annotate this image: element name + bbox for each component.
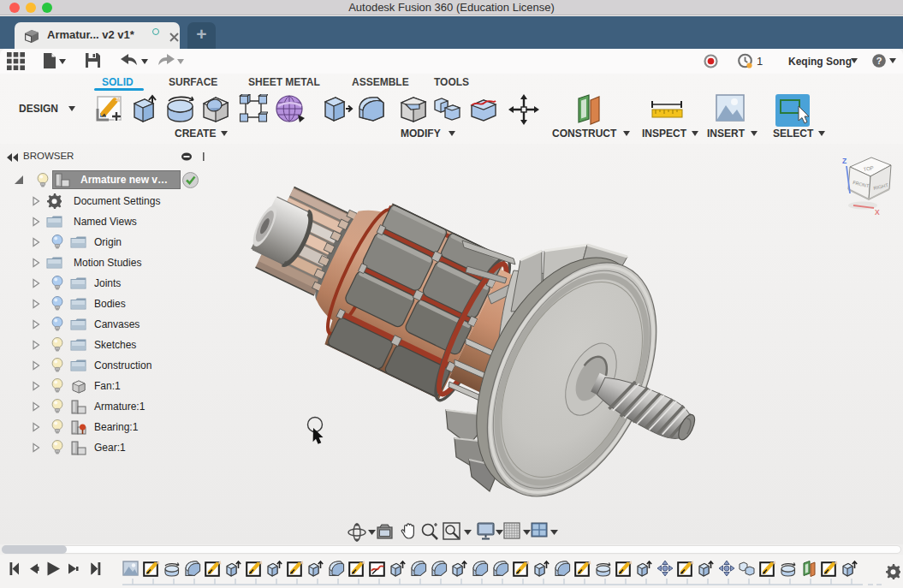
svg-text:?: ? bbox=[876, 56, 882, 66]
svg-text:X: X bbox=[875, 208, 880, 217]
svg-text:Z: Z bbox=[842, 157, 847, 165]
